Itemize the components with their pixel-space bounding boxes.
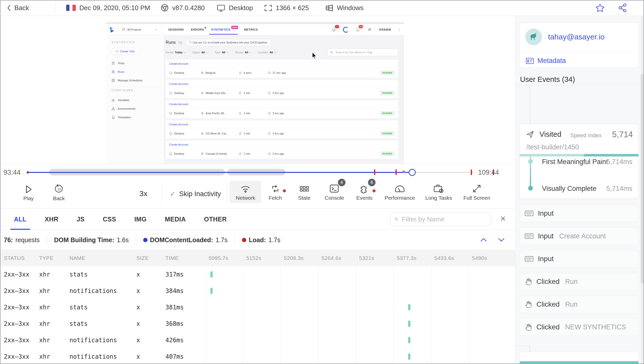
tab-synthetics[interactable]: SYNTHETICSNEW xyxy=(211,28,231,31)
sidebar-item-environments[interactable]: Environments xyxy=(111,104,160,113)
run-detail-row[interactable]: Desktop Middle East (Ba... 1 min 3 hrs a… xyxy=(166,88,398,98)
tab-media[interactable]: MEDIA xyxy=(165,216,186,223)
tab-js[interactable]: JS xyxy=(77,216,85,223)
tab-all[interactable]: ALL xyxy=(14,216,27,223)
run-test-name[interactable]: Create Account xyxy=(166,60,398,68)
request-row[interactable]: 2xx–3xxxhr notificationsx 407ms xyxy=(0,348,515,364)
back-button[interactable]: Back xyxy=(7,4,29,12)
create-test-button[interactable]: + Create Test xyxy=(111,48,139,55)
sidebar-scrollbar[interactable] xyxy=(641,16,644,364)
favorite-button[interactable] xyxy=(596,4,605,12)
panel-fetch[interactable]: Fetch xyxy=(260,182,291,201)
tab-xhr[interactable]: XHR xyxy=(45,216,58,223)
request-row[interactable]: 2xx–3xxxhr statsx 381ms xyxy=(0,299,515,315)
run-group[interactable]: Create Account Desktop Middle East (Ba..… xyxy=(166,80,398,98)
monitor-icon xyxy=(169,132,172,135)
run-group[interactable]: Create Account Desktop Canada (Central) … xyxy=(166,141,398,159)
play-button[interactable]: Play xyxy=(15,182,42,201)
event-marker[interactable] xyxy=(374,169,375,175)
tab-sessions[interactable]: SESSIONS xyxy=(168,28,184,31)
current-time: 93:44 xyxy=(4,169,21,176)
event-marker[interactable] xyxy=(395,169,397,175)
event-item-clicked[interactable]: Clicked Run xyxy=(519,296,639,313)
filter-device[interactable]: DeviceAll xyxy=(235,51,252,54)
run-group[interactable]: Create Account Desktop Belgium 4 secs 27… xyxy=(166,60,398,78)
filter-type[interactable]: TypeAll xyxy=(215,51,229,54)
scrollbar-thumb[interactable] xyxy=(641,74,644,284)
run-detail-row[interactable]: Desktop US West (N. Cal... 1 min 3 hrs a… xyxy=(166,128,398,139)
hand-pointer-icon xyxy=(525,278,532,285)
filter-period[interactable]: PeriodToday xyxy=(166,51,186,54)
run-group[interactable]: Create Account Desktop Asia Pacific (M..… xyxy=(166,100,398,118)
sidebar-section-configure: CONFIGURE xyxy=(112,89,160,92)
test-search-box[interactable] xyxy=(327,49,398,56)
filter-status[interactable]: StatusAll xyxy=(192,51,208,54)
run-test-name[interactable]: Create Account xyxy=(166,100,398,108)
tab-other[interactable]: OTHER xyxy=(204,216,227,223)
request-row[interactable]: 2xx–3xxxhr statsx 368ms xyxy=(0,315,515,332)
event-marker[interactable] xyxy=(471,169,472,175)
filter-location[interactable]: LocationAll xyxy=(258,51,276,54)
run-detail-row[interactable]: Desktop Canada (Central) 1 min 3 hrs ago… xyxy=(166,149,398,159)
panel-console[interactable]: 4 Console xyxy=(319,182,350,201)
sidebar-item-runs[interactable]: Runs xyxy=(111,67,160,76)
timeline-track[interactable] xyxy=(28,172,475,173)
panel-performance[interactable]: Performance xyxy=(381,182,419,201)
timeline[interactable]: 93:44 109:44 xyxy=(0,164,515,180)
next-event-card-partial xyxy=(519,352,639,364)
run-detail-row[interactable]: Desktop Asia Pacific (M... 1 min 3 hrs a… xyxy=(166,108,398,118)
run-test-name[interactable]: Create Account xyxy=(166,80,398,88)
sidebar-item-variables[interactable]: Variables xyxy=(111,96,160,104)
back-10s-button[interactable]: 10 Back xyxy=(45,182,73,201)
tab-errors[interactable]: ERRORS xyxy=(191,28,204,31)
panel-long-tasks[interactable]: Long Tasks xyxy=(420,182,458,201)
panel-network[interactable]: Network xyxy=(230,181,261,203)
notifications-button[interactable]: 33 xyxy=(352,24,364,35)
skip-inactivity-toggle[interactable]: ✓ Skip Inactivity xyxy=(170,190,221,198)
panel-full-screen[interactable]: Full Screen xyxy=(459,182,494,201)
run-group[interactable]: Create Account Desktop US West (N. Cal..… xyxy=(166,120,398,139)
timeline-scrubber[interactable] xyxy=(409,169,416,176)
sidebar-item-templates[interactable]: Templates xyxy=(111,113,160,122)
timeline-remaining xyxy=(412,172,475,173)
jump-up-button[interactable] xyxy=(480,238,487,242)
request-row[interactable]: 2xx–3xxxhr statsx 317ms xyxy=(0,266,515,283)
run-test-name[interactable]: Create Account xyxy=(166,141,398,149)
dom-content-loaded: DOMContentLoaded:1.7s xyxy=(136,234,235,246)
filter-input[interactable] xyxy=(401,215,487,223)
jump-down-button[interactable] xyxy=(498,238,505,242)
close-panel-button[interactable]: × xyxy=(500,214,506,223)
project-selector[interactable]: All Projects xyxy=(118,24,161,35)
event-item-input[interactable]: Input xyxy=(519,250,639,267)
event-item-clicked[interactable]: Clicked NEW SYNTHETICS xyxy=(519,318,639,336)
user-menu[interactable]: KRAIEM xyxy=(376,24,394,35)
event-item-input[interactable]: Input xyxy=(519,205,639,222)
device-label: Desktop xyxy=(229,4,253,12)
speed-toggle[interactable]: 3x xyxy=(139,189,147,198)
request-row[interactable]: 2xx–3xxxhr notificationsx 384ms xyxy=(0,283,515,299)
filter-box[interactable] xyxy=(390,213,491,226)
announcements-button[interactable]: 1 xyxy=(328,24,340,35)
settings-button[interactable]: ⚙ xyxy=(364,24,376,35)
panel-state[interactable]: State xyxy=(289,182,320,201)
share-button[interactable] xyxy=(618,3,627,12)
panel-events[interactable]: 6 Events xyxy=(349,182,380,201)
metadata-button[interactable]: Metadata xyxy=(526,57,566,65)
test-search-input[interactable] xyxy=(335,51,395,54)
divider xyxy=(227,184,227,203)
vc-label: Visually Complete xyxy=(542,185,597,193)
tab-img[interactable]: IMG xyxy=(134,216,147,223)
request-row[interactable]: 2xx–3xxxhr notificationsx 426ms xyxy=(0,332,515,348)
cli-link[interactable]: CLI xyxy=(203,41,207,44)
tab-css[interactable]: CSS xyxy=(103,216,116,223)
event-item-input[interactable]: Input Create Account xyxy=(519,228,639,245)
sidebar-item-tests[interactable]: Tests xyxy=(111,59,160,67)
sidebar-item-manage-schedules[interactable]: Manage Schedules xyxy=(111,76,160,85)
user-email[interactable]: tahay@asayer.io xyxy=(548,33,605,41)
run-test-name[interactable]: Create Account xyxy=(166,120,398,128)
event-item-clicked[interactable]: Clicked Run xyxy=(519,273,639,290)
run-detail-row[interactable]: Desktop Belgium 4 secs 27 sec ago PASSED xyxy=(166,68,398,78)
more-menu[interactable]: ⋮ xyxy=(394,24,404,35)
visited-event-card[interactable]: Visited Speed Index 5,714 /test-builder/… xyxy=(519,124,639,199)
tab-metrics[interactable]: METRICS xyxy=(244,28,258,31)
